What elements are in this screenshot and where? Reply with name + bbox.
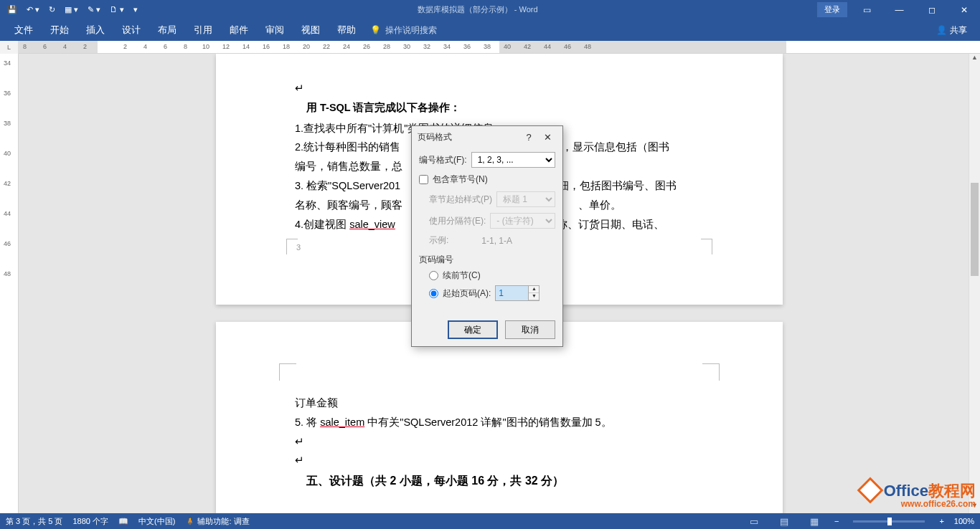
continue-label: 续前节(C) — [443, 270, 481, 282]
ok-button[interactable]: 确定 — [448, 320, 498, 339]
tab-mailings[interactable]: 邮件 — [221, 19, 257, 41]
watermark-logo: Office教程网 www.office26.com — [861, 480, 976, 509]
include-chapter-checkbox[interactable] — [419, 175, 428, 184]
language-indicator[interactable]: 中文(中国) — [138, 516, 175, 527]
footer-mark-right — [701, 239, 712, 254]
scroll-up-icon[interactable]: ▲ — [969, 54, 980, 65]
number-format-select[interactable]: 1, 2, 3, ... — [471, 152, 555, 168]
close-icon[interactable]: ✕ — [948, 5, 980, 15]
zoom-out-icon[interactable]: − — [834, 517, 839, 525]
chapter-style-label: 章节起始样式(P) — [429, 194, 492, 206]
separator-select: - (连字符) — [490, 213, 555, 229]
example-label: 示例: — [429, 234, 448, 247]
spellcheck-icon[interactable]: 📖 — [118, 517, 128, 526]
office-logo-icon — [857, 477, 883, 504]
tab-file[interactable]: 文件 — [6, 19, 42, 41]
tab-layout[interactable]: 布局 — [149, 19, 185, 41]
print-layout-icon[interactable]: ▤ — [774, 516, 794, 527]
tab-insert[interactable]: 插入 — [77, 19, 113, 41]
zoom-level[interactable]: 100% — [954, 517, 974, 525]
start-at-input[interactable] — [495, 285, 528, 301]
spin-up-icon: ▲ — [529, 286, 539, 293]
vertical-ruler[interactable]: 34 36 38 40 42 44 46 48 — [0, 54, 19, 513]
tab-home[interactable]: 开始 — [42, 19, 77, 41]
ribbon-options-icon[interactable]: ▭ — [851, 5, 883, 15]
horizontal-ruler[interactable]: 8 6 4 2 2 4 6 8 10 12 14 16 18 20 22 24 … — [19, 41, 980, 54]
tab-review[interactable]: 审阅 — [257, 19, 293, 41]
tab-view[interactable]: 视图 — [293, 19, 329, 41]
share-button[interactable]: 👤 共享 — [936, 24, 974, 37]
status-bar: 第 3 页，共 5 页 1880 个字 📖 中文(中国) 🧍 辅助功能: 调查 … — [0, 513, 980, 529]
paragraph: ↵ — [295, 79, 704, 98]
paragraph: 5. 将 sale_item 中有关"SQLServer2012 详解"图书的销… — [295, 413, 704, 432]
watermark-url: www.office26.com — [861, 499, 976, 509]
undo-icon[interactable]: ↶ ▾ — [27, 5, 39, 14]
close-icon[interactable]: ✕ — [538, 132, 557, 143]
document-title: 数据库模拟题（部分示例） - Word — [138, 4, 817, 15]
newdoc-icon[interactable]: 🗋 ▾ — [110, 5, 124, 14]
spin-down-icon: ▼ — [529, 293, 539, 300]
table-icon[interactable]: ▦ ▾ — [65, 5, 78, 14]
paragraph: 订单金额 — [295, 394, 704, 413]
tell-me[interactable]: 💡 操作说明搜索 — [370, 24, 437, 37]
cancel-button[interactable]: 取消 — [505, 320, 555, 339]
tab-design[interactable]: 设计 — [113, 19, 149, 41]
minimize-icon[interactable]: — — [883, 5, 915, 15]
page: 订单金额 5. 将 sale_item 中有关"SQLServer2012 详解… — [216, 322, 783, 513]
footer-mark-left — [286, 239, 298, 254]
page-indicator[interactable]: 第 3 页，共 5 页 — [6, 516, 62, 527]
zoom-in-icon[interactable]: + — [939, 517, 943, 525]
ruler-bar: L 8 6 4 2 2 4 6 8 10 12 14 16 18 20 22 2… — [0, 41, 980, 54]
tab-references[interactable]: 引用 — [185, 19, 221, 41]
zoom-slider[interactable] — [853, 520, 925, 523]
page-numbering-section-label: 页码编号 — [419, 254, 555, 266]
dialog-title: 页码格式 — [418, 131, 452, 143]
quick-access-toolbar: 💾 ↶ ▾ ↻ ▦ ▾ ✎ ▾ 🗋 ▾ ▾ — [0, 5, 138, 14]
paragraph: ↵ — [295, 432, 704, 452]
scrollbar-thumb[interactable] — [971, 183, 979, 276]
login-button[interactable]: 登录 — [817, 2, 847, 17]
page-number-format-dialog: 页码格式 ? ✕ 编号格式(F): 1, 2, 3, ... 包含章节号(N) … — [411, 125, 563, 347]
spinner[interactable]: ▲▼ — [528, 285, 540, 301]
paragraph: ↵ — [295, 451, 704, 470]
edit-icon[interactable]: ✎ ▾ — [88, 5, 100, 14]
ribbon-tabs: 文件 开始 插入 设计 布局 引用 邮件 审阅 视图 帮助 💡 操作说明搜索 👤… — [0, 19, 980, 41]
ruler-corner: L — [0, 41, 19, 54]
include-chapter-label: 包含章节号(N) — [433, 173, 488, 186]
heading: 五、设计题（共 2 小题，每小题 16 分，共 32 分） — [295, 470, 704, 492]
accessibility-indicator[interactable]: 🧍 辅助功能: 调查 — [185, 516, 249, 527]
start-at-radio[interactable] — [429, 289, 438, 298]
save-icon[interactable]: 💾 — [7, 5, 17, 14]
web-layout-icon[interactable]: ▦ — [804, 516, 824, 527]
margin-corner — [702, 363, 720, 381]
margin-corner — [279, 363, 296, 381]
example-value: 1-1, 1-A — [481, 236, 512, 246]
continue-radio[interactable] — [429, 271, 438, 280]
help-icon[interactable]: ? — [519, 132, 538, 143]
maximize-icon[interactable]: ◻ — [915, 5, 948, 15]
word-count[interactable]: 1880 个字 — [72, 516, 108, 527]
separator-label: 使用分隔符(E): — [429, 215, 486, 227]
heading: 用 T-SQL 语言完成以下各操作： — [295, 98, 704, 118]
tab-help[interactable]: 帮助 — [329, 19, 364, 41]
number-format-label: 编号格式(F): — [419, 154, 467, 166]
dialog-title-bar[interactable]: 页码格式 ? ✕ — [412, 126, 562, 148]
start-at-label: 起始页码(A): — [443, 287, 491, 300]
chapter-style-select: 标题 1 — [496, 191, 555, 207]
redo-icon[interactable]: ↻ — [49, 5, 55, 14]
title-bar: 💾 ↶ ▾ ↻ ▦ ▾ ✎ ▾ 🗋 ▾ ▾ 数据库模拟题（部分示例） - Wor… — [0, 0, 980, 19]
vertical-scrollbar[interactable]: ▲ ▼ — [969, 54, 980, 513]
read-mode-icon[interactable]: ▭ — [744, 516, 764, 527]
